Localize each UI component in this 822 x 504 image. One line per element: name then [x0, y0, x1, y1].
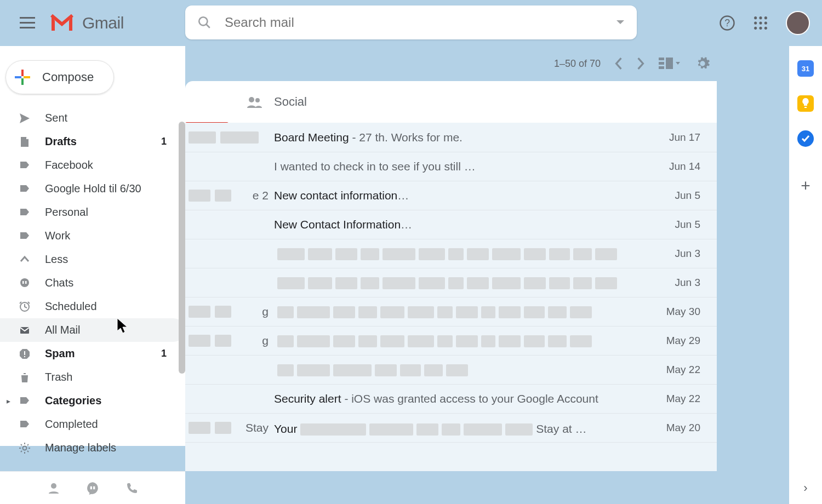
sidebar-item-count: 1 — [161, 348, 167, 359]
sidebar-item-all-mail[interactable]: All Mail — [0, 318, 185, 342]
redacted-body — [277, 306, 592, 318]
account-avatar[interactable] — [786, 11, 810, 35]
gmail-logo[interactable]: Gmail — [49, 13, 124, 33]
redacted-body — [277, 364, 468, 376]
message-row[interactable]: Board Meeting - 27 th. Works for me.Jun … — [185, 123, 717, 152]
svg-point-28 — [23, 446, 27, 450]
sidebar-item-spam[interactable]: Spam1 — [0, 342, 185, 365]
search-bar[interactable] — [185, 5, 637, 39]
message-row[interactable]: Jun 3 — [185, 268, 717, 297]
sidebar-item-facebook[interactable]: Facebook — [0, 153, 185, 177]
tab-social[interactable]: Social — [247, 95, 307, 109]
message-date: Jun 17 — [646, 131, 700, 144]
message-date: Jun 3 — [646, 277, 700, 289]
sidebar-item-personal[interactable]: Personal — [0, 201, 185, 224]
svg-point-14 — [754, 27, 757, 30]
page-count: 1–50 of 70 — [554, 58, 601, 70]
sidebar-item-scheduled[interactable]: Scheduled — [0, 295, 185, 318]
phone-icon[interactable] — [125, 482, 138, 495]
collapse-side-panel-button[interactable]: › — [803, 481, 807, 495]
message-list: Board Meeting - 27 th. Works for me.Jun … — [185, 123, 717, 471]
tasks-addon-icon[interactable] — [797, 130, 814, 147]
keep-addon-icon[interactable] — [797, 95, 814, 112]
sidebar-item-trash[interactable]: Trash — [0, 365, 185, 389]
message-row[interactable]: I wanted to check in to see if you still… — [185, 152, 717, 181]
svg-point-37 — [255, 98, 260, 102]
sidebar-item-label: Scheduled — [45, 300, 167, 313]
hangouts-icon[interactable] — [85, 481, 100, 495]
search-options-dropdown-icon[interactable] — [616, 20, 625, 25]
message-row[interactable]: New Contact InformationJun 5 — [185, 210, 717, 239]
apps-grid-icon[interactable] — [753, 15, 768, 31]
contacts-icon[interactable] — [47, 482, 60, 495]
compose-button[interactable]: Compose — [5, 60, 114, 94]
sender-redacted — [185, 131, 274, 144]
label-icon — [19, 183, 37, 195]
message-date: May 22 — [646, 393, 700, 405]
label-icon — [19, 230, 37, 242]
message-subject — [274, 334, 646, 347]
get-addons-button[interactable]: + — [801, 176, 810, 195]
sidebar-item-work[interactable]: Work — [0, 224, 185, 248]
sidebar-item-count: 1 — [161, 136, 167, 147]
message-row[interactable]: May 22 — [185, 356, 717, 385]
page-next-button[interactable] — [637, 58, 644, 70]
message-row[interactable]: gMay 29 — [185, 327, 717, 356]
message-row[interactable]: Jun 3 — [185, 239, 717, 268]
sidebar-item-google-hold-til-6-30[interactable]: Google Hold til 6/30 — [0, 177, 185, 201]
sidebar-item-sent[interactable]: Sent — [0, 106, 185, 130]
svg-rect-22 — [22, 281, 24, 284]
svg-rect-2 — [20, 27, 35, 28]
message-row[interactable]: e 2New contact informationJun 5 — [185, 181, 717, 210]
less-icon — [19, 254, 37, 266]
svg-rect-35 — [666, 58, 673, 69]
sidebar-item-drafts[interactable]: Drafts1 — [0, 130, 185, 153]
sidebar-item-less[interactable]: Less — [0, 248, 185, 271]
sidebar-item-manage-labels[interactable]: Manage labels — [0, 436, 185, 460]
sidebar-item-categories[interactable]: Categories — [0, 389, 185, 413]
sidebar-item-label: Sent — [45, 112, 167, 124]
svg-text:?: ? — [724, 18, 730, 28]
support-icon[interactable]: ? — [719, 15, 735, 31]
people-icon — [247, 96, 262, 108]
sent-icon — [19, 112, 37, 124]
sidebar-item-chats[interactable]: Chats — [0, 271, 185, 295]
split-pane-toggle[interactable] — [659, 58, 681, 70]
svg-point-8 — [754, 16, 757, 19]
redacted-body — [404, 219, 646, 231]
redacted-body — [277, 277, 617, 289]
message-subject — [274, 276, 646, 289]
message-date: May 20 — [646, 422, 700, 434]
message-subject — [274, 305, 646, 318]
svg-rect-0 — [20, 17, 35, 19]
redacted-body — [277, 335, 592, 347]
sidebar-item-completed[interactable]: Completed — [0, 413, 185, 436]
svg-point-9 — [759, 16, 762, 19]
calendar-addon-icon[interactable]: 31 — [797, 60, 814, 77]
sidebar-item-label: All Mail — [45, 324, 167, 336]
svg-rect-17 — [21, 70, 24, 76]
message-subject: I wanted to check in to see if you still… — [274, 160, 646, 173]
spam-icon — [19, 348, 37, 360]
compose-label: Compose — [42, 70, 94, 84]
svg-rect-34 — [659, 66, 664, 69]
sidebar-item-label: Work — [45, 230, 167, 242]
page-prev-button[interactable] — [615, 58, 623, 70]
svg-rect-18 — [21, 78, 24, 85]
search-input[interactable] — [225, 15, 616, 30]
main-menu-button[interactable] — [16, 12, 38, 34]
settings-gear-button[interactable] — [695, 56, 710, 71]
message-subject: New Contact Information — [274, 218, 646, 231]
redacted-body — [277, 248, 617, 260]
message-row[interactable]: Security alert - iOS was granted access … — [185, 385, 717, 414]
redacted-body — [578, 423, 644, 436]
scheduled-icon — [19, 301, 37, 313]
compose-plus-icon — [14, 68, 31, 86]
sidebar-item-label: Completed — [45, 418, 167, 431]
message-row[interactable]: StayYour Stay at May 20 — [185, 414, 717, 443]
sender-trail: g — [185, 305, 274, 318]
message-row[interactable]: gMay 30 — [185, 297, 717, 327]
svg-point-11 — [754, 21, 757, 24]
svg-point-4 — [199, 17, 207, 25]
sidebar-scrollbar[interactable] — [179, 122, 185, 374]
